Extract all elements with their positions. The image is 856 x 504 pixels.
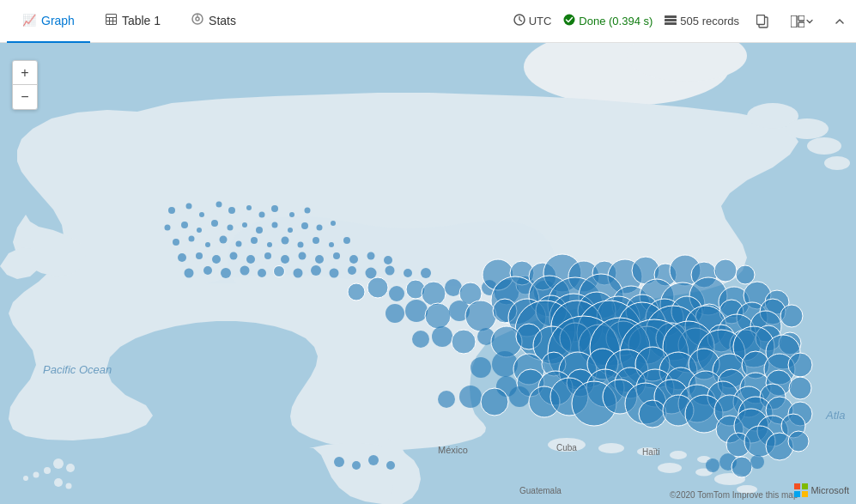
records-count: 505 records [680, 15, 739, 27]
svg-point-83 [281, 255, 289, 264]
svg-point-50 [271, 205, 278, 212]
svg-line-10 [519, 20, 522, 21]
svg-point-91 [203, 266, 212, 275]
svg-point-126 [714, 259, 737, 282]
svg-point-56 [211, 220, 218, 227]
svg-point-216 [789, 377, 811, 399]
svg-rect-0 [106, 14, 116, 24]
svg-point-99 [348, 266, 356, 275]
svg-point-251 [352, 461, 361, 470]
tab-table[interactable]: Table 1 [90, 0, 176, 43]
tab-graph[interactable]: 📈 Graph [7, 0, 90, 43]
svg-text:Cuba: Cuba [556, 443, 577, 452]
svg-point-65 [173, 239, 179, 246]
svg-point-68 [220, 236, 228, 244]
svg-point-44 [186, 203, 192, 209]
svg-point-84 [299, 252, 307, 260]
svg-point-64 [331, 221, 336, 226]
tab-graph-label: Graph [41, 14, 75, 27]
svg-point-167 [432, 326, 452, 347]
svg-text:México: México [438, 445, 468, 455]
svg-rect-12 [665, 15, 677, 18]
svg-point-166 [412, 331, 429, 348]
svg-point-96 [294, 269, 303, 278]
svg-point-88 [367, 252, 375, 260]
svg-point-105 [367, 277, 388, 298]
svg-point-75 [329, 242, 334, 247]
svg-point-25 [44, 467, 51, 474]
svg-point-67 [205, 242, 210, 247]
zoom-out-button[interactable]: − [13, 85, 37, 109]
svg-point-58 [242, 222, 247, 228]
svg-point-69 [236, 241, 242, 247]
svg-point-218 [459, 386, 482, 408]
microsoft-logo: Microsoft [794, 483, 849, 497]
svg-point-90 [185, 269, 194, 278]
svg-rect-14 [665, 22, 677, 25]
svg-point-63 [317, 225, 323, 231]
svg-point-54 [181, 222, 188, 228]
svg-point-47 [228, 207, 235, 214]
svg-point-73 [298, 242, 304, 248]
svg-point-11 [564, 15, 575, 26]
svg-point-77 [178, 253, 186, 262]
svg-point-143 [465, 301, 496, 331]
svg-point-24 [66, 464, 75, 472]
svg-point-72 [282, 237, 289, 245]
zoom-in-button[interactable]: + [13, 61, 37, 85]
svg-point-219 [481, 388, 508, 416]
svg-point-95 [274, 266, 285, 277]
microsoft-icon [794, 483, 808, 497]
svg-point-220 [509, 386, 530, 407]
svg-point-94 [258, 269, 266, 277]
svg-point-246 [706, 458, 719, 472]
svg-text:Pacific Ocean: Pacific Ocean [43, 363, 112, 376]
clock-icon [513, 14, 525, 28]
svg-point-28 [54, 478, 63, 487]
status-indicator: Done (0.394 s) [563, 14, 653, 28]
svg-point-40 [786, 118, 829, 139]
svg-point-89 [384, 256, 392, 264]
svg-point-98 [330, 269, 339, 278]
svg-point-74 [313, 237, 319, 244]
svg-point-103 [421, 268, 431, 278]
svg-point-61 [288, 228, 293, 233]
svg-point-87 [349, 255, 358, 264]
svg-point-62 [301, 222, 308, 229]
svg-point-46 [216, 202, 222, 208]
svg-point-203 [788, 353, 812, 377]
timezone-label: UTC [529, 15, 552, 27]
graph-icon: 📈 [22, 14, 36, 27]
toolbar-right: UTC Done (0.394 s) 505 records [513, 11, 849, 32]
svg-point-92 [221, 268, 231, 278]
svg-point-43 [168, 207, 175, 214]
svg-point-217 [438, 391, 455, 408]
svg-point-248 [732, 457, 752, 477]
svg-point-52 [305, 208, 311, 214]
svg-point-100 [366, 268, 377, 279]
tab-stats[interactable]: Stats [176, 0, 252, 43]
svg-point-101 [386, 266, 395, 276]
check-icon [563, 14, 575, 28]
svg-point-33 [670, 451, 687, 459]
svg-point-42 [824, 156, 850, 170]
copy-button[interactable] [751, 11, 774, 32]
svg-point-51 [289, 212, 294, 217]
svg-text:Atla: Atla [825, 409, 845, 422]
layout-button[interactable] [786, 12, 818, 31]
svg-point-93 [240, 266, 250, 276]
svg-point-97 [311, 265, 321, 276]
svg-point-76 [343, 237, 350, 244]
collapse-button[interactable] [830, 15, 849, 28]
records-icon [665, 15, 677, 27]
svg-point-70 [251, 237, 258, 244]
svg-point-31 [598, 443, 624, 453]
svg-point-168 [452, 330, 476, 354]
zoom-controls: + − [12, 60, 38, 110]
toolbar: 📈 Graph Table 1 Stats [0, 0, 856, 43]
svg-rect-16 [757, 15, 765, 24]
svg-point-60 [272, 222, 278, 228]
svg-point-250 [334, 457, 344, 467]
svg-rect-18 [798, 15, 804, 21]
svg-point-106 [389, 286, 404, 301]
